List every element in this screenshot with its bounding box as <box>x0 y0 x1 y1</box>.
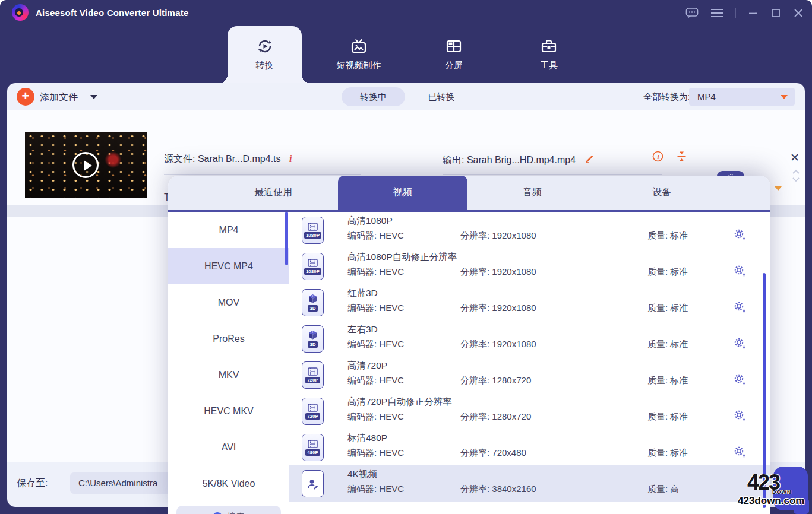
app-window: Aiseesoft Video Converter Ultimate <box>0 0 812 514</box>
preset-quality: 质量: 标准 <box>647 230 688 242</box>
preset-resolution: 分辨率: 1920x1080 <box>460 230 536 242</box>
preset-icon: 480P <box>302 434 324 461</box>
tab-recent[interactable]: 最近使用 <box>208 176 338 210</box>
play-button[interactable] <box>72 152 99 178</box>
preset-row[interactable]: 4K视频 编码器: HEVC 分辨率: 3840x2160 质量: 高 ✕ <box>289 465 770 502</box>
preset-resolution: 分辨率: 1280x720 <box>460 375 531 386</box>
close-button[interactable] <box>793 8 804 18</box>
split-screen-icon <box>446 38 462 55</box>
menu-icon[interactable] <box>710 8 723 18</box>
video-thumbnail[interactable] <box>25 132 147 198</box>
preset-icon: 3D <box>302 325 324 353</box>
tab-device[interactable]: 设备 <box>597 176 726 210</box>
preset-settings-button[interactable] <box>734 265 746 280</box>
sidebar-scrollbar[interactable] <box>285 212 288 265</box>
tab-audio[interactable]: 音频 <box>467 176 597 210</box>
preset-icon: 3D <box>302 289 324 316</box>
preset-settings-button[interactable] <box>734 337 746 352</box>
tab-label: 转换 <box>256 60 274 71</box>
preset-title: 高清1080P <box>347 215 393 227</box>
sidebar-format-item[interactable]: MOV <box>168 284 289 321</box>
tab-convert[interactable]: 转换 <box>228 26 302 83</box>
add-file-caret-icon[interactable] <box>90 95 97 99</box>
preset-list-scrollbar[interactable] <box>763 273 766 508</box>
cube-3d-icon <box>308 330 318 340</box>
tab-label: 分屏 <box>445 60 463 71</box>
format-label: MP4 <box>219 225 239 236</box>
preset-settings-button[interactable] <box>734 301 746 316</box>
preset-icon: 1080P <box>302 217 324 244</box>
sidebar-format-item[interactable]: 5K/8K Video <box>168 465 289 502</box>
tab-video[interactable]: 视频 <box>338 176 467 210</box>
sidebar-format-item[interactable]: MKV <box>168 357 289 393</box>
filter-tab-converted[interactable]: 已转换 <box>415 87 468 106</box>
preset-row[interactable]: 3D 左右3D 编码器: HEVC 分辨率: 1920x1080 质量: 标准 <box>289 321 770 357</box>
add-file-plus-icon[interactable]: + <box>17 88 34 106</box>
add-file-button[interactable]: 添加文件 <box>40 91 78 104</box>
preset-resolution: 分辨率: 1280x720 <box>460 411 531 423</box>
preset-row[interactable]: 720P 高清720P 编码器: HEVC 分辨率: 1280x720 质量: … <box>289 357 770 393</box>
preset-resolution: 分辨率: 1920x1080 <box>460 266 536 278</box>
compress-icon[interactable] <box>677 151 687 164</box>
preset-list: 1080P 高清1080P 编码器: HEVC 分辨率: 1920x1080 质… <box>289 212 770 514</box>
preset-quality: 质量: 标准 <box>647 339 688 350</box>
preset-quality: 质量: 高 <box>647 484 679 495</box>
preset-quality: 质量: 标准 <box>647 266 688 278</box>
preset-icon-badge: 1080P <box>304 232 321 239</box>
format-badge-caret-icon[interactable] <box>775 186 782 191</box>
save-to-label: 保存至: <box>17 477 48 490</box>
minimize-button[interactable] <box>748 8 759 18</box>
tab-label: 短视频制作 <box>337 60 381 71</box>
output-info-icon[interactable]: i <box>652 151 663 164</box>
toolbox-icon <box>541 38 557 55</box>
app-logo-icon <box>12 4 29 21</box>
film-icon <box>308 404 318 412</box>
convert-all-dropdown[interactable]: MP4 <box>689 88 795 106</box>
preset-title: 左右3D <box>347 323 378 336</box>
tab-short-video-maker[interactable]: 短视频制作 <box>311 26 406 83</box>
remove-file-button[interactable]: ✕ <box>790 151 800 164</box>
format-label: ProRes <box>213 334 244 344</box>
preset-row[interactable]: 720P 高清720P自动修正分辨率 编码器: HEVC 分辨率: 1280x7… <box>289 393 770 429</box>
preset-resolution: 分辨率: 720x480 <box>460 448 526 459</box>
convert-icon <box>257 38 273 55</box>
source-info-icon[interactable]: i <box>289 154 292 164</box>
preset-row[interactable]: 1080P 高清1080P 编码器: HEVC 分辨率: 1920x1080 质… <box>289 212 770 248</box>
person-edit-icon <box>307 478 319 490</box>
reorder-buttons[interactable] <box>791 167 801 188</box>
convert-all-label: 全部转换为: <box>643 91 690 103</box>
filter-tab-converting[interactable]: 转换中 <box>342 87 405 106</box>
preset-row[interactable]: 3D 红蓝3D 编码器: HEVC 分辨率: 1920x1080 质量: 标准 <box>289 284 770 321</box>
preset-quality: 质量: 标准 <box>647 303 688 314</box>
format-label: MOV <box>218 297 239 308</box>
title-bar: Aiseesoft Video Converter Ultimate <box>0 0 812 26</box>
preset-encoder: 编码器: HEVC <box>347 411 404 423</box>
output-divider <box>443 174 662 175</box>
preset-settings-button[interactable] <box>734 446 746 461</box>
preset-encoder: 编码器: HEVC <box>347 484 404 495</box>
preset-row[interactable]: 1080P 高清1080P自动修正分辨率 编码器: HEVC 分辨率: 1920… <box>289 248 770 284</box>
preset-icon-badge: 720P <box>305 377 320 383</box>
maximize-button[interactable] <box>770 8 781 18</box>
preset-title: 标清480P <box>347 432 387 445</box>
preset-settings-button[interactable] <box>734 373 746 388</box>
sidebar-format-item[interactable]: HEVC MKV <box>168 393 289 429</box>
source-divider <box>164 174 361 175</box>
preset-settings-button[interactable] <box>734 229 746 243</box>
search-label: 搜索 <box>227 512 245 514</box>
format-search-pill[interactable]: 搜索 <box>176 506 281 514</box>
tab-split-screen[interactable]: 分屏 <box>406 26 501 83</box>
preset-encoder: 编码器: HEVC <box>347 448 404 459</box>
sidebar-format-item[interactable]: HEVC MP4 <box>168 248 289 284</box>
preset-row[interactable]: 480P 标清480P 编码器: HEVC 分辨率: 720x480 质量: 标… <box>289 429 770 465</box>
film-icon <box>308 367 318 376</box>
svg-text:i: i <box>657 153 659 160</box>
feedback-icon[interactable] <box>685 7 699 19</box>
tab-toolbox[interactable]: 工具 <box>501 26 596 83</box>
preset-settings-button[interactable] <box>734 410 746 424</box>
sidebar-format-item[interactable]: MP4 <box>168 212 289 248</box>
rename-icon[interactable] <box>584 155 595 165</box>
sidebar-format-item[interactable]: AVI <box>168 429 289 465</box>
source-label: 源文件: <box>164 154 195 164</box>
sidebar-format-item[interactable]: ProRes <box>168 321 289 357</box>
